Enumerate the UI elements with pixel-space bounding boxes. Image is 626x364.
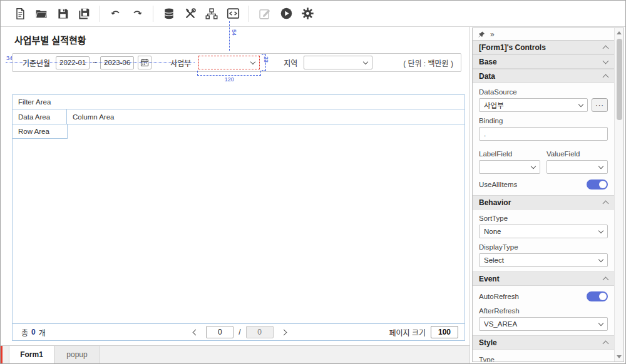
chevron-left-icon (192, 329, 198, 335)
pivot-grid: Filter Area Data Area Column Area Row Ar… (12, 94, 465, 341)
main-area: 사업부별 실적현황 345 기준년월 ~ 사업부 54 (1, 27, 625, 363)
chevron-down-icon (598, 163, 603, 168)
collapse-panel-icon[interactable]: » (490, 31, 495, 38)
toolbar-separator (153, 6, 153, 22)
prev-page-button[interactable] (190, 326, 201, 338)
row-area-zone[interactable]: Row Area (13, 124, 68, 139)
datasource-select[interactable]: 사업부 (479, 98, 588, 112)
binding-input[interactable] (479, 127, 608, 141)
current-page-input[interactable] (206, 326, 233, 338)
tab-form1[interactable]: Form1 (9, 346, 54, 363)
chevron-down-icon (250, 59, 255, 64)
code-editor-icon[interactable] (223, 4, 242, 23)
open-folder-icon[interactable] (32, 4, 51, 23)
valuefield-select[interactable] (546, 160, 608, 174)
style-header-label: Style (479, 338, 497, 347)
column-area-zone[interactable]: Column Area (67, 109, 464, 124)
chevron-up-icon (603, 200, 609, 206)
tilde-separator: ~ (93, 58, 97, 67)
period-label: 기준년월 (23, 58, 50, 68)
displaytype-value: Select (484, 256, 504, 264)
chevron-down-icon (598, 256, 603, 261)
labelfield-select[interactable] (479, 160, 540, 174)
redo-icon[interactable] (128, 4, 146, 23)
event-header-label: Event (479, 275, 500, 283)
data-header-label: Data (479, 72, 495, 81)
new-document-icon[interactable] (11, 4, 29, 23)
chevron-down-icon (603, 58, 609, 64)
division-select[interactable] (198, 56, 260, 69)
database-icon[interactable] (160, 4, 178, 23)
total-prefix: 총 (21, 327, 28, 338)
chevron-down-icon (531, 163, 536, 168)
next-page-button[interactable] (279, 326, 290, 338)
displaytype-select[interactable]: Select (479, 253, 608, 267)
sorttype-label: SortType (479, 215, 608, 222)
filter-area-zone[interactable]: Filter Area (13, 95, 464, 109)
grid-body (13, 139, 464, 323)
afterrefresh-value: VS_AREA (484, 320, 517, 328)
app-window: 사업부별 실적현황 345 기준년월 ~ 사업부 54 (0, 0, 626, 364)
page-size-label: 페이지 크기 (389, 327, 426, 338)
main-toolbar (1, 1, 625, 27)
valuefield-label: ValueField (546, 150, 608, 158)
section-style[interactable]: Style (473, 335, 614, 350)
filter-bar: 기준년월 ~ 사업부 54 120 23 (12, 53, 461, 72)
sorttype-select[interactable]: None (479, 225, 608, 238)
date-from-input[interactable] (56, 56, 90, 69)
settings-gear-icon[interactable] (298, 4, 317, 23)
autorefresh-label: AutoRefresh (479, 293, 519, 300)
datasource-value: 사업부 (484, 100, 504, 110)
calendar-icon[interactable] (138, 56, 151, 69)
chevron-up-icon (603, 74, 609, 80)
chevron-down-icon (363, 59, 368, 64)
panel-scrollbar[interactable] (614, 28, 623, 361)
sorttype-value: None (484, 228, 501, 235)
section-base[interactable]: Base (473, 54, 614, 69)
controls-section-header[interactable]: [Form1]'s Controls (473, 40, 614, 54)
section-behavior[interactable]: Behavior (473, 195, 614, 210)
tools-icon[interactable] (181, 4, 200, 23)
pin-icon[interactable] (478, 31, 485, 38)
measurement-height: 23 (263, 56, 269, 63)
tab-popup[interactable]: popup (54, 346, 100, 363)
form-canvas: 사업부별 실적현황 345 기준년월 ~ 사업부 54 (1, 27, 470, 345)
total-count: 0 (31, 328, 36, 336)
base-header-label: Base (479, 58, 497, 66)
page-size-input[interactable] (431, 326, 458, 338)
scroll-up-icon[interactable] (615, 28, 624, 38)
measurement-width: 120 (198, 77, 260, 83)
save-icon[interactable] (53, 4, 72, 23)
scrollbar-thumb[interactable] (617, 39, 622, 120)
save-all-icon[interactable] (74, 4, 93, 23)
chevron-up-icon (603, 340, 609, 346)
useallitems-toggle[interactable] (587, 179, 608, 190)
unit-note: ( 단위 : 백만원 ) (403, 58, 453, 68)
measurement-top: 54 (231, 29, 237, 36)
total-pages-input (246, 326, 274, 338)
afterrefresh-select[interactable]: VS_AREA (479, 317, 608, 331)
datasource-more-button[interactable]: ··· (592, 98, 608, 112)
properties-column: » [Form1]'s Controls Base Data (470, 27, 625, 363)
labelfield-label: LabelField (479, 150, 540, 158)
measurement-bracket-width (197, 71, 261, 76)
afterrefresh-label: AfterRefresh (479, 307, 608, 315)
scroll-down-icon[interactable] (615, 352, 624, 361)
region-select[interactable] (304, 56, 372, 69)
run-icon[interactable] (277, 4, 295, 23)
section-data[interactable]: Data (473, 69, 614, 83)
undo-icon[interactable] (106, 4, 125, 23)
edit-icon[interactable] (255, 4, 274, 23)
chevron-up-icon (603, 276, 609, 283)
data-area-zone[interactable]: Data Area (13, 109, 67, 124)
panel-toolbar: » (473, 28, 614, 40)
chevron-down-icon (578, 101, 583, 106)
controls-header-label: [Form1]'s Controls (479, 43, 546, 52)
date-to-input[interactable] (100, 56, 134, 69)
datasource-label: DataSource (479, 88, 608, 96)
section-event[interactable]: Event (473, 271, 614, 286)
autorefresh-toggle[interactable] (587, 291, 608, 301)
toolbar-separator (249, 6, 249, 22)
designer-column: 사업부별 실적현황 345 기준년월 ~ 사업부 54 (1, 27, 470, 363)
sitemap-icon[interactable] (202, 4, 221, 23)
